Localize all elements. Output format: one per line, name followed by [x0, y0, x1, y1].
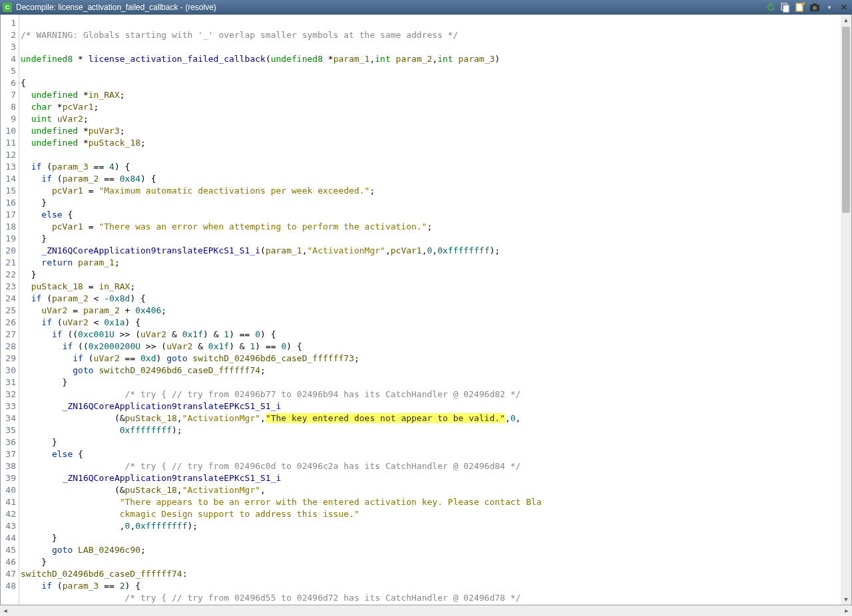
titlebar: C Decompile: license_activation_failed_c…: [0, 0, 852, 15]
line-gutter: 1 2 3 4 5 6 7 8 9 10 11 12 13 14 15 16 1…: [1, 15, 19, 605]
toolbar: ▼ ✕: [765, 2, 849, 13]
snapshot-icon[interactable]: [809, 2, 820, 13]
editor: 1 2 3 4 5 6 7 8 9 10 11 12 13 14 15 16 1…: [0, 15, 852, 605]
code-content[interactable]: /* WARNING: Globals starting with '_' ov…: [19, 15, 841, 605]
scroll-thumb[interactable]: [842, 27, 850, 213]
close-icon[interactable]: ✕: [839, 2, 849, 13]
scroll-left-icon[interactable]: ◀: [0, 607, 11, 614]
edit-icon[interactable]: [795, 2, 805, 13]
vertical-scrollbar[interactable]: ▲ ▼: [841, 15, 851, 605]
dropdown-icon[interactable]: ▼: [824, 2, 835, 13]
svg-rect-5: [813, 3, 817, 5]
window-title: Decompile: license_activation_failed_cal…: [16, 3, 765, 12]
svg-rect-1: [783, 5, 789, 12]
scroll-right-icon[interactable]: ▶: [841, 607, 852, 614]
copy-icon[interactable]: [780, 2, 791, 13]
horizontal-scrollbar[interactable]: ◀ ▶: [0, 605, 852, 616]
scroll-down-icon[interactable]: ▼: [841, 594, 851, 605]
refresh-icon[interactable]: [765, 2, 776, 13]
svg-point-4: [813, 6, 817, 10]
scroll-up-icon[interactable]: ▲: [841, 15, 851, 25]
app-icon: C: [3, 3, 12, 12]
